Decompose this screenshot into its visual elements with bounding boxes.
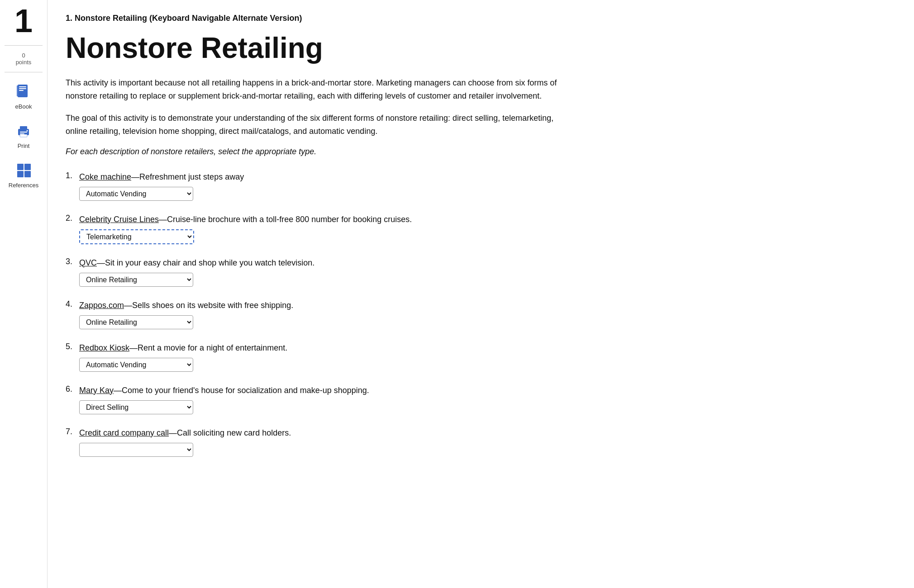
svg-rect-7 [20,132,27,133]
references-label: References [9,182,38,189]
svg-rect-3 [19,90,24,91]
svg-rect-12 [17,171,24,177]
page-title-large: Nonstore Retailing [66,32,563,64]
company-name: Redbox Kiosk [79,343,129,352]
ebook-icon [14,81,33,101]
print-icon [14,121,33,141]
retailing-type-select[interactable]: Automatic VendingDirect Mail/CatalogsDir… [79,358,193,372]
question-item: 7.Credit card company call—Call soliciti… [66,427,563,457]
question-item: 3.QVC—Sit in your easy chair and shop wh… [66,257,563,287]
question-description: —Sells shoes on its website with free sh… [124,301,293,310]
question-number: 3. [66,257,79,266]
main-content: 1. Nonstore Retailing (Keyboard Navigabl… [48,0,590,588]
retailing-type-select[interactable]: Automatic VendingDirect Mail/CatalogsDir… [79,229,194,244]
dropdown-wrapper: Automatic VendingDirect Mail/CatalogsDir… [79,229,563,244]
svg-rect-14 [24,171,31,177]
question-description: —Sit in your easy chair and shop while y… [97,258,314,267]
question-number: 2. [66,213,79,223]
question-number: 7. [66,427,79,436]
question-text: Mary Kay—Come to your friend's house for… [79,384,369,397]
sidebar-item-references[interactable]: References [0,155,47,194]
svg-rect-11 [17,164,24,170]
retailing-type-select[interactable]: Automatic VendingDirect Mail/CatalogsDir… [79,187,193,201]
question-text: Redbox Kiosk—Rent a movie for a night of… [79,342,287,354]
retailing-type-select[interactable]: Automatic VendingDirect Mail/CatalogsDir… [79,315,193,329]
intro-paragraph-2: The goal of this activity is to demonstr… [66,112,563,138]
question-text: Coke machine—Refreshment just steps away [79,171,244,183]
sidebar-points: 0 points [16,49,32,68]
company-name: Zappos.com [79,301,124,310]
company-name: Credit card company call [79,428,169,437]
question-item: 4.Zappos.com—Sells shoes on its website … [66,299,563,329]
question-description: —Call soliciting new card holders. [169,428,291,437]
dropdown-wrapper: Automatic VendingDirect Mail/CatalogsDir… [79,358,563,372]
question-row: 2.Celebrity Cruise Lines—Cruise-line bro… [66,213,563,226]
question-text: Zappos.com—Sells shoes on its website wi… [79,299,293,312]
sidebar-divider-2 [5,72,42,72]
retailing-type-select[interactable]: Automatic VendingDirect Mail/CatalogsDir… [79,400,193,414]
svg-rect-1 [19,86,26,87]
page-title-small: 1. Nonstore Retailing (Keyboard Navigabl… [66,14,563,23]
svg-rect-2 [19,88,26,89]
question-row: 1.Coke machine—Refreshment just steps aw… [66,171,563,183]
svg-point-10 [27,130,28,132]
question-item: 5.Redbox Kiosk—Rent a movie for a night … [66,342,563,372]
question-number: 1. [66,171,79,180]
question-item: 6.Mary Kay—Come to your friend's house f… [66,384,563,414]
refs-icon [14,160,33,180]
dropdown-wrapper: Automatic VendingDirect Mail/CatalogsDir… [79,315,563,329]
dropdown-wrapper: Automatic VendingDirect Mail/CatalogsDir… [79,443,563,457]
question-description: —Refreshment just steps away [131,172,244,181]
svg-rect-13 [24,164,31,170]
sidebar: 1 0 points eBook [0,0,48,588]
svg-rect-6 [20,126,27,130]
question-text: Celebrity Cruise Lines—Cruise-line broch… [79,213,412,226]
question-text: Credit card company call—Call soliciting… [79,427,291,439]
sidebar-number: 1 [14,5,33,37]
question-description: —Cruise-line brochure with a toll-free 8… [159,215,412,224]
points-value: 0 [22,52,25,59]
retailing-type-select[interactable]: Automatic VendingDirect Mail/CatalogsDir… [79,443,193,457]
question-item: 2.Celebrity Cruise Lines—Cruise-line bro… [66,213,563,244]
print-label: Print [18,142,30,149]
sidebar-item-print[interactable]: Print [0,115,47,155]
sidebar-divider [5,45,42,46]
svg-rect-8 [20,133,24,134]
dropdown-wrapper: Automatic VendingDirect Mail/CatalogsDir… [79,400,563,414]
question-item: 1.Coke machine—Refreshment just steps aw… [66,171,563,201]
company-name: Coke machine [79,172,131,181]
retailing-type-select[interactable]: Automatic VendingDirect Mail/CatalogsDir… [79,273,193,287]
svg-rect-4 [17,85,18,96]
question-number: 5. [66,342,79,351]
question-text: QVC—Sit in your easy chair and shop whil… [79,257,314,269]
question-row: 4.Zappos.com—Sells shoes on its website … [66,299,563,312]
svg-rect-9 [20,134,27,137]
dropdown-wrapper: Automatic VendingDirect Mail/CatalogsDir… [79,187,563,201]
question-number: 4. [66,299,79,309]
company-name: Celebrity Cruise Lines [79,215,159,224]
dropdown-wrapper: Automatic VendingDirect Mail/CatalogsDir… [79,273,563,287]
question-row: 6.Mary Kay—Come to your friend's house f… [66,384,563,397]
points-label: points [16,59,32,66]
question-description: —Come to your friend's house for sociali… [114,386,369,395]
intro-paragraph-1: This activity is important because not a… [66,76,563,103]
question-row: 7.Credit card company call—Call soliciti… [66,427,563,439]
instruction-text: For each description of nonstore retaile… [66,147,563,156]
question-number: 6. [66,384,79,394]
questions-list: 1.Coke machine—Refreshment just steps aw… [66,171,563,457]
question-row: 5.Redbox Kiosk—Rent a movie for a night … [66,342,563,354]
question-description: —Rent a movie for a night of entertainme… [129,343,287,352]
ebook-label: eBook [15,103,32,110]
question-row: 3.QVC—Sit in your easy chair and shop wh… [66,257,563,269]
company-name: QVC [79,258,97,267]
sidebar-item-ebook[interactable]: eBook [0,76,47,115]
company-name: Mary Kay [79,386,114,395]
